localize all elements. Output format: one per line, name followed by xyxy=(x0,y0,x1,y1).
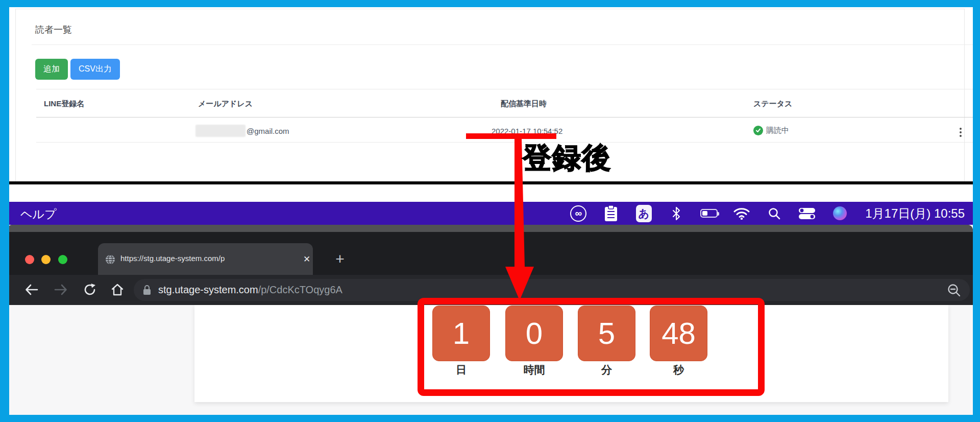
window-minimize-button[interactable] xyxy=(41,255,51,264)
menubar-status-icons: ∞ あ 1月17日(月) 10:55 xyxy=(569,202,965,225)
wifi-icon[interactable] xyxy=(732,204,751,223)
screenshot-root: 読者一覧 追加 CSV出力 LINE登録名 メールアドレス 配信基準日時 ステー… xyxy=(0,0,980,422)
page-title: 読者一覧 xyxy=(35,24,72,36)
csv-export-button[interactable]: CSV出力 xyxy=(70,59,120,80)
header-row-divider xyxy=(36,117,975,118)
url-path: /p/CdcKcTOqyg6A xyxy=(258,284,342,296)
bluetooth-icon[interactable] xyxy=(667,204,685,223)
siri-icon[interactable] xyxy=(830,204,849,223)
zoom-out-icon[interactable] xyxy=(946,283,962,298)
section-divider-line xyxy=(7,181,973,184)
creative-cloud-icon[interactable]: ∞ xyxy=(569,204,587,223)
browser-tab[interactable]: https://stg.utage-system.com/p ✕ xyxy=(98,243,313,275)
add-button[interactable]: 追加 xyxy=(35,59,68,80)
tab-close-icon[interactable]: ✕ xyxy=(300,252,313,266)
menubar-clock[interactable]: 1月17日(月) 10:55 xyxy=(865,205,965,222)
col-header-email: メールアドレス xyxy=(198,99,253,109)
col-header-line-name: LINE登録名 xyxy=(44,99,84,109)
reader-list-panel: 読者一覧 追加 CSV出力 LINE登録名 メールアドレス 配信基準日時 ステー… xyxy=(15,9,965,181)
url-host: stg.utage-system.com xyxy=(158,284,258,296)
annotation-frame xyxy=(418,298,765,396)
window-close-button[interactable] xyxy=(25,255,34,264)
status-check-icon xyxy=(753,126,763,135)
col-header-status: ステータス xyxy=(753,99,792,109)
title-divider xyxy=(32,44,980,45)
table-top-border xyxy=(36,89,975,89)
annotation-label: 登録後 xyxy=(523,139,611,178)
status-label: 購読中 xyxy=(766,126,789,135)
lock-icon xyxy=(143,285,151,295)
new-tab-button[interactable]: + xyxy=(332,250,348,268)
home-button[interactable] xyxy=(109,282,126,298)
back-button[interactable] xyxy=(23,282,40,298)
menubar-help-menu[interactable]: ヘルプ xyxy=(20,206,57,222)
browser-window: https://stg.utage-system.com/p ✕ + s xyxy=(7,225,973,305)
tab-favicon-globe-icon xyxy=(105,254,115,265)
status-badge: 購読中 xyxy=(753,126,789,135)
row-menu-icon[interactable] xyxy=(955,126,966,139)
window-top-edge xyxy=(7,225,973,232)
masked-email-blur xyxy=(195,125,246,137)
clipboard-icon[interactable] xyxy=(602,204,620,223)
battery-icon[interactable] xyxy=(700,204,718,223)
window-zoom-button[interactable] xyxy=(58,255,67,264)
col-header-delivery-datetime: 配信基準日時 xyxy=(501,99,547,109)
macos-menubar: ヘルプ ∞ あ 1月17日(月) 10:55 xyxy=(7,202,973,225)
spotlight-search-icon[interactable] xyxy=(765,204,783,223)
reload-button[interactable] xyxy=(82,282,98,298)
control-center-icon[interactable] xyxy=(798,204,816,223)
email-cell: @gmail.com xyxy=(247,127,289,135)
tab-title-fade xyxy=(266,250,292,268)
forward-button[interactable] xyxy=(53,282,69,298)
ime-input-icon[interactable]: あ xyxy=(634,204,653,223)
